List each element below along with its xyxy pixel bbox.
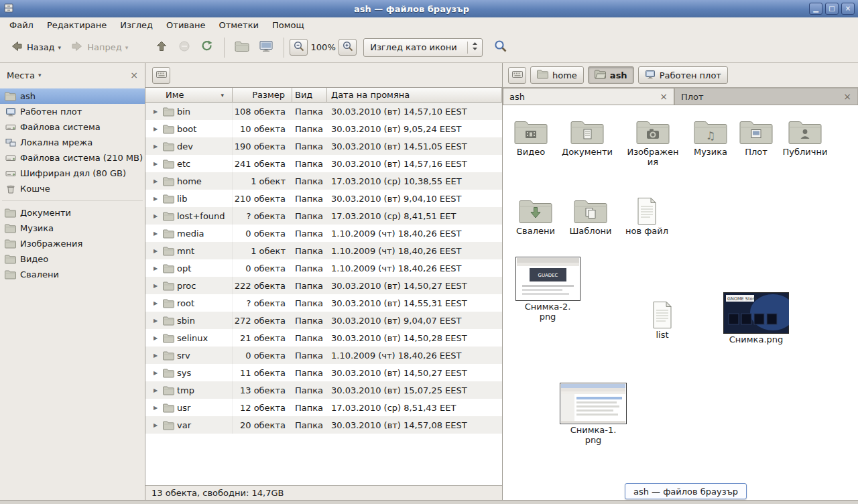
icon-item-documents[interactable]: Документи bbox=[560, 118, 615, 158]
sidebar-item-video[interactable]: Видео bbox=[0, 251, 145, 267]
tab-plot[interactable]: Плот× bbox=[674, 88, 858, 105]
expander-icon[interactable]: ▶ bbox=[154, 335, 160, 341]
sidebar-item-ash[interactable]: ash bbox=[0, 88, 145, 104]
expander-icon[interactable]: ▶ bbox=[154, 231, 160, 237]
expander-icon[interactable]: ▶ bbox=[154, 265, 160, 271]
titlebar[interactable]: ash — файлов браузър ▁ □ × bbox=[0, 0, 858, 17]
sidebar-item-encrypted-80gb[interactable]: Шифриран дял (80 GB) bbox=[0, 166, 145, 181]
icon-item-snimka-1-png[interactable]: Снимка-1.png bbox=[558, 383, 628, 445]
file-row-mnt[interactable]: ▶mnt1 обектПапка1.10.2009 (чт) 18,40,26 … bbox=[145, 242, 502, 259]
column-header-date[interactable]: Дата на промяна bbox=[327, 88, 502, 103]
up-button[interactable] bbox=[150, 36, 173, 58]
tab-close-icon[interactable]: × bbox=[660, 91, 668, 102]
sidebar-item-music[interactable]: Музика bbox=[0, 220, 145, 236]
sidebar-item-desktop[interactable]: Работен плот bbox=[0, 104, 145, 119]
sidebar-item-local-network[interactable]: Локална мрежа bbox=[0, 135, 145, 150]
file-row-selinux[interactable]: ▶selinux21 обектаПапка30.03.2010 (вт) 14… bbox=[145, 329, 502, 346]
expander-icon[interactable]: ▶ bbox=[154, 109, 160, 115]
sidebar-item-trash[interactable]: Кошче bbox=[0, 181, 145, 196]
icon-item-templates[interactable]: Шаблони bbox=[567, 197, 614, 237]
chevron-down-icon[interactable]: ▾ bbox=[38, 72, 42, 78]
stop-button[interactable] bbox=[173, 36, 196, 58]
home-button[interactable] bbox=[230, 37, 254, 58]
path-button-desktop[interactable]: Работен плот bbox=[638, 66, 728, 84]
column-header-size[interactable]: Размер bbox=[233, 88, 292, 103]
file-row-lost+found[interactable]: ▶lost+found? обектаПапка17.03.2010 (ср) … bbox=[145, 207, 502, 225]
taskbar-window-button[interactable]: ash — файлов браузър bbox=[625, 483, 747, 499]
back-button[interactable]: Назад ▾ bbox=[5, 36, 66, 58]
icon-item-downloads[interactable]: Свалени bbox=[511, 197, 560, 237]
close-button[interactable]: × bbox=[841, 3, 855, 15]
zoom-in-button[interactable] bbox=[339, 39, 357, 56]
expander-icon[interactable]: ▶ bbox=[154, 318, 160, 324]
chevron-down-icon[interactable]: ▾ bbox=[58, 44, 62, 51]
search-button[interactable] bbox=[489, 36, 512, 58]
icon-item-music[interactable]: ♫Музика bbox=[686, 118, 735, 158]
icon-item-images[interactable]: Изображения bbox=[627, 118, 679, 167]
menu-help[interactable]: Помощ bbox=[265, 19, 311, 32]
menu-go[interactable]: Отиване bbox=[160, 19, 212, 32]
minimize-button[interactable]: ▁ bbox=[809, 3, 822, 15]
file-row-root[interactable]: ▶root? обектаПапка30.03.2010 (вт) 14,55,… bbox=[145, 294, 502, 312]
column-header-name[interactable]: Име▾ bbox=[145, 88, 233, 103]
tab-ash[interactable]: ash× bbox=[503, 88, 674, 105]
icon-item-new-file[interactable]: нов файл bbox=[622, 197, 672, 237]
file-row-sys[interactable]: ▶sys11 обектаПапка30.03.2010 (вт) 14,50,… bbox=[145, 364, 502, 381]
sidebar-item-downloads[interactable]: Свалени bbox=[0, 267, 145, 282]
path-button-ash[interactable]: ash bbox=[588, 66, 634, 84]
maximize-button[interactable]: □ bbox=[825, 3, 839, 15]
file-row-etc[interactable]: ▶etc241 обектаПапка30.03.2010 (вт) 14,57… bbox=[145, 155, 502, 172]
expander-icon[interactable]: ▶ bbox=[154, 126, 160, 132]
icon-view[interactable]: ВидеоДокументиИзображения♫МузикаПлотПубл… bbox=[503, 105, 858, 500]
file-row-home[interactable]: ▶home1 обектПапка17.03.2010 (ср) 10,38,5… bbox=[145, 172, 502, 190]
file-row-dev[interactable]: ▶dev190 обектаПапка30.03.2010 (вт) 14,51… bbox=[145, 137, 502, 155]
expander-icon[interactable]: ▶ bbox=[154, 387, 160, 393]
icon-item-snimka-2-png[interactable]: GUADECСнимка-2.png bbox=[514, 257, 581, 322]
file-row-opt[interactable]: ▶opt0 обектаПапка1.10.2009 (чт) 18,40,26… bbox=[145, 259, 502, 277]
sidebar-item-filesystem-210mb[interactable]: Файлова система (210 MB) bbox=[0, 150, 145, 166]
forward-button[interactable]: Напред ▾ bbox=[66, 36, 133, 58]
icon-item-snimka-png[interactable]: GNOME StoreСнимка.png bbox=[721, 292, 791, 345]
icon-item-video[interactable]: Видео bbox=[507, 118, 555, 158]
menu-bookmarks[interactable]: Отметки bbox=[212, 19, 265, 32]
location-button[interactable] bbox=[508, 67, 526, 84]
file-row-tmp[interactable]: ▶tmp13 обектаПапка30.03.2010 (вт) 15,07,… bbox=[145, 381, 502, 399]
expander-icon[interactable]: ▶ bbox=[154, 143, 160, 149]
file-row-var[interactable]: ▶var20 обектаПапка30.03.2010 (вт) 14,57,… bbox=[145, 416, 502, 434]
column-header-type[interactable]: Вид bbox=[292, 88, 327, 103]
file-row-boot[interactable]: ▶boot10 обектаПапка30.03.2010 (вт) 9,05,… bbox=[145, 120, 502, 137]
menu-view[interactable]: Изглед bbox=[113, 19, 160, 32]
sidebar-item-documents[interactable]: Документи bbox=[0, 205, 145, 220]
icon-item-public[interactable]: Публични bbox=[779, 118, 831, 158]
expander-icon[interactable]: ▶ bbox=[154, 405, 160, 411]
file-row-proc[interactable]: ▶proc222 обектаПапка30.03.2010 (вт) 14,5… bbox=[145, 277, 502, 294]
expander-icon[interactable]: ▶ bbox=[154, 370, 160, 376]
expander-icon[interactable]: ▶ bbox=[154, 178, 160, 184]
expander-icon[interactable]: ▶ bbox=[154, 300, 160, 306]
expander-icon[interactable]: ▶ bbox=[154, 213, 160, 219]
file-row-srv[interactable]: ▶srv0 обектаПапка1.10.2009 (чт) 18,40,26… bbox=[145, 346, 502, 364]
expander-icon[interactable]: ▶ bbox=[154, 248, 160, 254]
icon-item-list[interactable]: list bbox=[639, 301, 686, 340]
reload-button[interactable] bbox=[196, 36, 219, 58]
expander-icon[interactable]: ▶ bbox=[154, 161, 160, 167]
expander-icon[interactable]: ▶ bbox=[154, 422, 160, 428]
menu-edit[interactable]: Редактиране bbox=[40, 19, 113, 32]
sidebar-close-icon[interactable]: × bbox=[130, 70, 138, 80]
computer-button[interactable] bbox=[254, 36, 278, 58]
menu-file[interactable]: Файл bbox=[3, 19, 40, 32]
view-mode-select[interactable]: Изглед като икони bbox=[363, 38, 483, 57]
icon-item-desktop[interactable]: Плот bbox=[734, 118, 778, 158]
path-button-home[interactable]: home bbox=[530, 66, 584, 84]
file-row-media[interactable]: ▶media0 обектаПапка1.10.2009 (чт) 18,40,… bbox=[145, 225, 502, 242]
expander-icon[interactable]: ▶ bbox=[154, 353, 160, 359]
expander-icon[interactable]: ▶ bbox=[154, 196, 160, 202]
file-row-bin[interactable]: ▶bin108 обектаПапка30.03.2010 (вт) 14,57… bbox=[145, 103, 502, 120]
places-title[interactable]: Места bbox=[7, 70, 35, 80]
file-row-usr[interactable]: ▶usr12 обектаПапка17.03.2010 (ср) 8,51,4… bbox=[145, 399, 502, 416]
sidebar-item-filesystem[interactable]: Файлова система bbox=[0, 119, 145, 135]
file-row-sbin[interactable]: ▶sbin272 обектаПапка30.03.2010 (вт) 9,04… bbox=[145, 312, 502, 329]
expander-icon[interactable]: ▶ bbox=[154, 283, 160, 289]
location-button[interactable] bbox=[152, 67, 170, 84]
sidebar-item-images[interactable]: Изображения bbox=[0, 236, 145, 251]
